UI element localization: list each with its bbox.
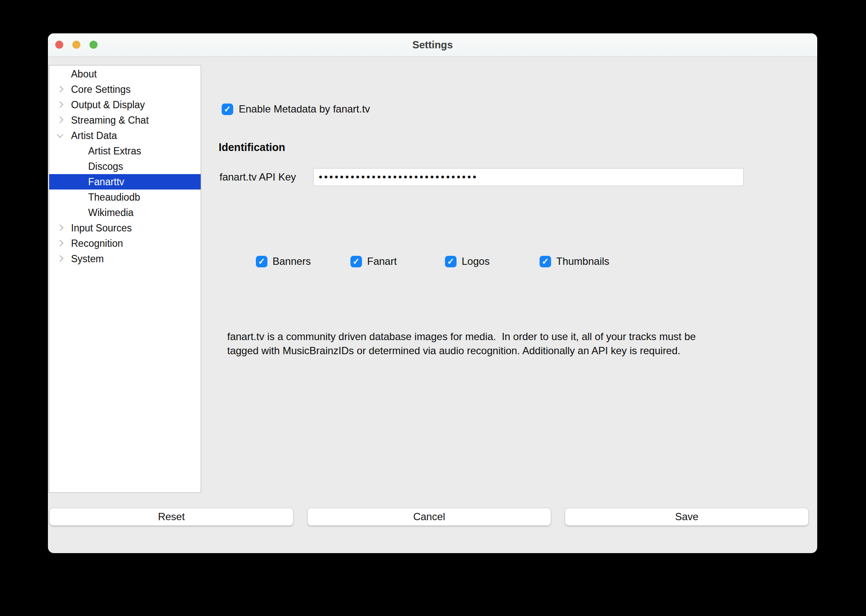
chevron-down-icon[interactable] bbox=[57, 131, 64, 138]
thumbnails-option: Thumbnails bbox=[540, 255, 634, 267]
sidebar-item-artist-extras[interactable]: Artist Extras bbox=[49, 143, 201, 159]
settings-tree: About Core Settings Output & Display Str… bbox=[49, 65, 201, 493]
fanart-option: Fanart bbox=[350, 255, 445, 267]
settings-window: Settings About Core Settings Output & Di… bbox=[48, 33, 817, 553]
sidebar-item-label: Input Sources bbox=[71, 222, 132, 234]
chevron-right-icon[interactable] bbox=[57, 240, 64, 247]
logos-checkbox[interactable] bbox=[445, 256, 457, 267]
sidebar-item-theaudiodb[interactable]: Theaudiodb bbox=[49, 190, 201, 205]
sidebar-item-label: Discogs bbox=[88, 161, 123, 172]
sidebar-item-label: Output & Display bbox=[71, 99, 145, 111]
thumbnails-checkbox[interactable] bbox=[540, 256, 551, 267]
sidebar-item-input-sources[interactable]: Input Sources bbox=[49, 220, 201, 236]
sidebar-item-label: Streaming & Chat bbox=[71, 115, 149, 126]
sidebar-item-label: Fanarttv bbox=[88, 176, 124, 188]
enable-metadata-checkbox[interactable] bbox=[222, 104, 233, 115]
titlebar: Settings bbox=[48, 33, 817, 57]
enable-metadata-row: Enable Metadata by fanart.tv bbox=[222, 103, 370, 115]
api-key-input[interactable] bbox=[313, 168, 744, 186]
api-key-label: fanart.tv API Key bbox=[219, 168, 296, 186]
fanart-label: Fanart bbox=[367, 255, 397, 267]
enable-metadata-label: Enable Metadata by fanart.tv bbox=[239, 103, 370, 115]
sidebar-item-recognition[interactable]: Recognition bbox=[49, 236, 201, 251]
sidebar-item-label: Artist Extras bbox=[88, 145, 141, 157]
sidebar-item-wikimedia[interactable]: Wikimedia bbox=[49, 205, 201, 220]
banners-checkbox[interactable] bbox=[256, 256, 267, 267]
sidebar-item-output-display[interactable]: Output & Display bbox=[49, 97, 201, 113]
sidebar-item-label: Theaudiodb bbox=[88, 192, 140, 203]
sidebar-item-label: Artist Data bbox=[71, 130, 117, 142]
sidebar-item-label: Core Settings bbox=[71, 84, 130, 95]
window-title: Settings bbox=[48, 33, 817, 56]
chevron-right-icon[interactable] bbox=[57, 117, 64, 124]
sidebar-item-fanarttv[interactable]: Fanarttv bbox=[49, 174, 201, 190]
sidebar-item-label: Recognition bbox=[71, 238, 123, 249]
logos-option: Logos bbox=[445, 255, 540, 267]
banners-label: Banners bbox=[273, 255, 311, 267]
identification-heading: Identification bbox=[219, 141, 285, 154]
sidebar-item-label: Wikimedia bbox=[88, 207, 133, 219]
chevron-right-icon[interactable] bbox=[57, 255, 64, 262]
image-types-row: Banners Fanart Logos Thumbnails bbox=[256, 255, 634, 267]
logos-label: Logos bbox=[462, 255, 489, 267]
fanarttv-description: fanart.tv is a community driven database… bbox=[227, 329, 719, 358]
sidebar-item-streaming-chat[interactable]: Streaming & Chat bbox=[49, 113, 201, 128]
thumbnails-label: Thumbnails bbox=[556, 255, 609, 267]
sidebar-item-label: System bbox=[71, 253, 104, 265]
fanart-checkbox[interactable] bbox=[350, 256, 362, 267]
sidebar-item-discogs[interactable]: Discogs bbox=[49, 159, 201, 174]
sidebar-item-about[interactable]: About bbox=[49, 66, 201, 82]
sidebar-item-system[interactable]: System bbox=[49, 251, 201, 267]
banners-option: Banners bbox=[256, 255, 350, 267]
sidebar-item-artist-data[interactable]: Artist Data bbox=[49, 128, 201, 143]
reset-button[interactable]: Reset bbox=[49, 508, 294, 526]
sidebar-item-core-settings[interactable]: Core Settings bbox=[49, 82, 201, 97]
chevron-right-icon[interactable] bbox=[57, 225, 64, 231]
save-button[interactable]: Save bbox=[565, 508, 809, 526]
chevron-right-icon[interactable] bbox=[57, 86, 64, 93]
cancel-button[interactable]: Cancel bbox=[307, 508, 551, 526]
chevron-right-icon[interactable] bbox=[57, 101, 64, 108]
sidebar-item-label: About bbox=[71, 68, 97, 80]
